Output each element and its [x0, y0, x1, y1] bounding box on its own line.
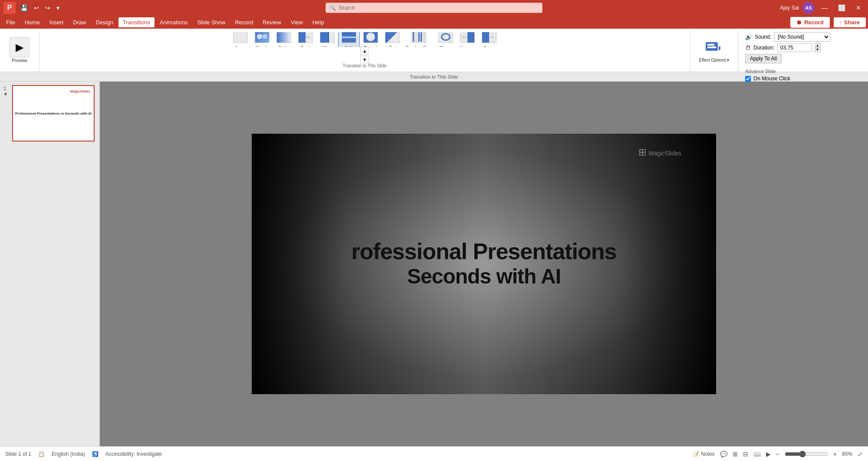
status-bar: Slide 1 of 1 📋 English (India) ♿ Accessi…: [0, 446, 868, 461]
transition-cover-label: Cover: [483, 46, 495, 47]
title-bar-left: P 💾 ↩ ↪ ▾: [3, 2, 290, 14]
sound-icon: 🔊: [745, 34, 752, 40]
transition-fade-label: Fade: [279, 46, 289, 47]
slide-canvas[interactable]: rofessional Presentations Seconds with A…: [252, 134, 716, 394]
transition-morph-icon: [254, 32, 270, 45]
transition-shape-label: Shape: [439, 46, 452, 47]
transition-split[interactable]: Split: [338, 32, 360, 47]
transition-push-icon: →: [298, 32, 313, 45]
slide-title-line2: Seconds with AI: [275, 264, 693, 289]
menu-item-design[interactable]: Design: [92, 17, 118, 27]
svg-marker-3: [719, 46, 722, 51]
status-right: 📝 Notes 💬 ⊞ ⊟ 📖 ▶ − + 85% ⤢: [693, 451, 863, 458]
slideshow-button[interactable]: ▶: [766, 451, 771, 458]
search-input[interactable]: [339, 5, 539, 11]
duration-up[interactable]: ▲: [815, 43, 821, 48]
apply-all-button[interactable]: Apply To All: [745, 54, 782, 63]
mouse-click-row: On Mouse Click: [745, 76, 861, 82]
transition-random-bars-icon: [411, 32, 427, 45]
apply-row: Apply To All: [745, 54, 861, 63]
transition-morph[interactable]: Morph: [251, 32, 273, 47]
menu-item-transitions[interactable]: Transitions: [118, 17, 155, 27]
transition-cut-label: Cut: [389, 46, 396, 47]
transition-fade[interactable]: Fade: [273, 32, 295, 47]
zoom-in-icon[interactable]: +: [833, 451, 837, 458]
effect-options-button[interactable]: Effect Options ▾: [694, 36, 733, 64]
accessibility-icon: ♿: [92, 451, 99, 457]
transition-cut[interactable]: Cut: [381, 32, 403, 47]
zoom-out-icon[interactable]: −: [776, 451, 779, 458]
slide-thumbnail-1[interactable]: 1 ★ MagicSlides Professional Presentatio…: [3, 85, 96, 142]
user-avatar[interactable]: AS: [802, 2, 815, 14]
slide-title-container: rofessional Presentations Seconds with A…: [275, 239, 693, 289]
transition-uncover-label: Uncover: [459, 46, 475, 47]
notes-button[interactable]: 📝 Notes: [693, 451, 714, 457]
record-button[interactable]: ⏺ Record: [790, 17, 830, 28]
sound-row: 🔊 Sound: [No Sound]: [745, 32, 861, 42]
transition-split-icon: [341, 32, 357, 45]
on-mouse-click-label: On Mouse Click: [753, 76, 790, 82]
share-button[interactable]: ↑ Share: [833, 17, 866, 28]
search-bar[interactable]: 🔍: [326, 3, 542, 13]
close-button[interactable]: ✕: [852, 3, 865, 13]
menu-item-review[interactable]: Review: [258, 17, 286, 27]
transition-reveal[interactable]: Reveal: [360, 32, 381, 47]
preview-button[interactable]: ▶ Preview: [4, 36, 35, 65]
transition-section-label: Transition to This Slide: [343, 63, 387, 70]
zoom-slider[interactable]: [785, 451, 828, 458]
on-mouse-click-checkbox[interactable]: [745, 76, 751, 82]
ribbon-transitions-section: None Morph Fade: [39, 30, 690, 72]
slide-sorter-button[interactable]: ⊟: [743, 451, 748, 458]
transition-random-bars[interactable]: Random Bars: [403, 32, 435, 47]
scroll-up-button[interactable]: ▲: [360, 47, 369, 55]
transition-wipe-label: Wipe: [322, 46, 332, 47]
normal-view-button[interactable]: ⊞: [733, 451, 738, 458]
reading-view-button[interactable]: 📖: [753, 451, 761, 458]
menu-item-record[interactable]: Record: [230, 17, 257, 27]
menu-item-view[interactable]: View: [286, 17, 307, 27]
ribbon-scroll-buttons: ▲ ▼: [359, 47, 370, 63]
thumb-title: Professional Presentations in Seconds wi…: [13, 110, 93, 117]
transition-push[interactable]: → Push: [295, 32, 316, 47]
fit-slide-button[interactable]: ⤢: [858, 451, 863, 458]
slide-thumbnail-image[interactable]: MagicSlides Professional Presentations i…: [12, 85, 95, 142]
transitions-group: None Morph Fade: [228, 32, 502, 47]
customize-button[interactable]: ▾: [54, 3, 62, 12]
restore-button[interactable]: ⬜: [835, 3, 849, 13]
menu-item-help[interactable]: Help: [308, 17, 329, 27]
menu-item-animations[interactable]: Animations: [155, 17, 192, 27]
comments-button[interactable]: 💬: [720, 451, 727, 458]
transition-none-label: None: [235, 46, 246, 47]
advance-slide-label: Advance Slide: [745, 69, 861, 74]
duration-input[interactable]: [777, 43, 812, 52]
scroll-down-button[interactable]: ▼: [360, 56, 369, 63]
ribbon: ▶ Preview None: [0, 29, 868, 72]
redo-button[interactable]: ↪: [43, 3, 53, 12]
transition-none[interactable]: None: [230, 32, 251, 47]
save-button[interactable]: 💾: [18, 3, 30, 12]
menu-item-slideshow[interactable]: Slide Show: [193, 17, 230, 27]
transition-cover[interactable]: → Cover: [478, 32, 500, 47]
duration-label: Duration:: [753, 45, 775, 51]
sound-select[interactable]: [No Sound]: [774, 32, 830, 42]
transition-none-icon: [233, 32, 248, 45]
transition-wipe[interactable]: Wipe: [316, 32, 338, 47]
quick-access-toolbar: 💾 ↩ ↪ ▾: [18, 3, 62, 12]
menu-item-draw[interactable]: Draw: [69, 17, 90, 27]
record-label: Record: [804, 19, 824, 26]
ribbon-preview-section: ▶ Preview: [0, 30, 39, 72]
menu-item-insert[interactable]: Insert: [45, 17, 68, 27]
menu-item-file[interactable]: File: [2, 17, 20, 27]
transition-push-label: Push: [300, 46, 310, 47]
transition-shape-icon: [438, 32, 454, 45]
duration-down[interactable]: ▼: [815, 48, 821, 52]
search-icon: 🔍: [329, 5, 336, 11]
menu-bar: File Home Insert Draw Design Transitions…: [0, 16, 868, 29]
transition-uncover[interactable]: ← Uncover: [457, 32, 478, 47]
transition-shape[interactable]: Shape: [435, 32, 457, 47]
effect-options-group: Effect Options ▾: [694, 32, 733, 68]
menu-item-home[interactable]: Home: [20, 17, 44, 27]
transition-morph-label: Morph: [256, 46, 268, 47]
minimize-button[interactable]: —: [818, 3, 831, 13]
undo-button[interactable]: ↩: [32, 3, 41, 12]
